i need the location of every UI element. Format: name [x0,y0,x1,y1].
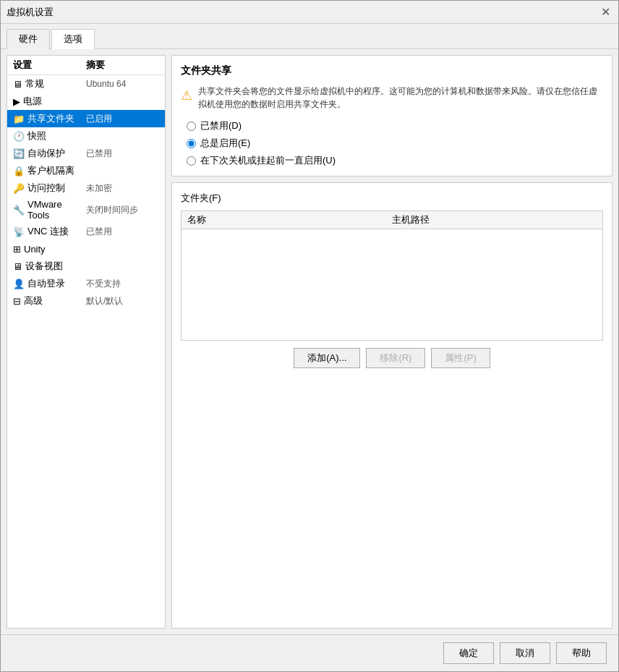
help-button[interactable]: 帮助 [556,642,607,664]
general-icon: 🖥 常规 [13,77,86,90]
sidebar-item-autoprotect[interactable]: 🔄 自动保护 已禁用 [7,145,165,162]
isolation-icon: 🔒 客户机隔离 [13,164,86,177]
radio-disabled-input[interactable] [187,122,196,131]
sidebar-item-snapshot[interactable]: 🕐 快照 [7,127,165,145]
main-window: 虚拟机设置 ✕ 硬件 选项 设置 摘要 🖥 常规 Ubuntu 64 ▶ 电源 … [0,0,619,672]
vnc-icon: 📡 VNC 连接 [13,225,86,238]
footer: 确定 取消 帮助 [1,634,618,671]
radio-always-on-input[interactable] [187,139,196,148]
sidebar-item-shared-folder[interactable]: 📁 共享文件夹 已启用 [7,110,165,127]
sidebar-header: 设置 摘要 [7,56,165,75]
sidebar-item-isolation[interactable]: 🔒 客户机隔离 [7,162,165,179]
folder-section-title: 文件夹(F) [181,192,603,205]
sidebar-item-general[interactable]: 🖥 常规 Ubuntu 64 [7,75,165,93]
folder-col-name: 名称 [187,213,392,226]
titlebar: 虚拟机设置 ✕ [1,1,618,24]
sidebar-item-unity[interactable]: ⊞ Unity [7,240,165,258]
sidebar-item-advanced[interactable]: ⊟ 高级 默认/默认 [7,292,165,310]
shared-folder-icon: 📁 共享文件夹 [13,112,86,125]
device-view-icon: 🖥 设备视图 [13,260,86,273]
radio-until-off-input[interactable] [187,156,196,166]
folder-buttons: 添加(A)... 移除(R) 属性(P) [181,348,603,368]
warning-text: 共享文件夹会将您的文件显示给虚拟机中的程序。这可能为您的计算机和数据带来风险。请… [198,85,603,111]
autoprotect-icon: 🔄 自动保护 [13,147,86,160]
tab-options[interactable]: 选项 [51,29,95,49]
warning-box: ⚠ 共享文件夹会将您的文件显示给虚拟机中的程序。这可能为您的计算机和数据带来风险… [181,85,603,111]
ok-button[interactable]: 确定 [443,642,494,664]
radio-until-off[interactable]: 在下次关机或挂起前一直启用(U) [187,154,603,167]
advanced-icon: ⊟ 高级 [13,294,86,307]
unity-icon: ⊞ Unity [13,244,86,255]
folder-table-body[interactable] [182,229,602,338]
content-area: 设置 摘要 🖥 常规 Ubuntu 64 ▶ 电源 📁 共享文件夹 已启用 🕐 … [1,49,618,634]
sidebar-col-summary: 摘要 [86,59,159,72]
sidebar: 设置 摘要 🖥 常规 Ubuntu 64 ▶ 电源 📁 共享文件夹 已启用 🕐 … [7,55,166,629]
add-button[interactable]: 添加(A)... [294,348,360,368]
cancel-button[interactable]: 取消 [500,642,550,664]
folder-col-path: 主机路径 [392,213,597,226]
radio-always-on[interactable]: 总是启用(E) [187,137,603,150]
sidebar-item-device-view[interactable]: 🖥 设备视图 [7,258,165,275]
access-control-icon: 🔑 访问控制 [13,182,86,195]
tabs-bar: 硬件 选项 [1,24,618,49]
radio-disabled[interactable]: 已禁用(D) [187,119,603,132]
sidebar-col-setting: 设置 [13,59,86,72]
tab-hardware[interactable]: 硬件 [7,29,50,49]
right-panel: 文件夹共享 ⚠ 共享文件夹会将您的文件显示给虚拟机中的程序。这可能为您的计算机和… [171,55,612,629]
radio-group: 已禁用(D) 总是启用(E) 在下次关机或挂起前一直启用(U) [181,119,603,167]
autologin-icon: 👤 自动登录 [13,277,86,290]
window-title: 虚拟机设置 [7,6,54,19]
properties-button[interactable]: 属性(P) [431,348,490,368]
sidebar-item-vmware-tools[interactable]: 🔧 VMware Tools 关闭时间同步 [7,197,165,223]
sidebar-item-access-control[interactable]: 🔑 访问控制 未加密 [7,179,165,197]
close-button[interactable]: ✕ [598,5,612,20]
remove-button[interactable]: 移除(R) [366,348,425,368]
sidebar-item-autologin[interactable]: 👤 自动登录 不受支持 [7,275,165,292]
folder-sharing-section: 文件夹共享 ⚠ 共享文件夹会将您的文件显示给虚拟机中的程序。这可能为您的计算机和… [171,55,612,176]
power-icon: ▶ 电源 [13,95,86,108]
folder-table-section: 文件夹(F) 名称 主机路径 添加(A)... 移除(R) 属性(P) [171,182,612,629]
folder-sharing-title: 文件夹共享 [181,64,603,77]
snapshot-icon: 🕐 快照 [13,129,86,143]
sidebar-item-power[interactable]: ▶ 电源 [7,93,165,110]
folder-table-header: 名称 主机路径 [182,211,602,229]
vmware-tools-icon: 🔧 VMware Tools [13,199,86,221]
sidebar-item-vnc[interactable]: 📡 VNC 连接 已禁用 [7,223,165,240]
warning-icon: ⚠ [181,86,192,111]
folder-table: 名称 主机路径 [181,210,603,341]
